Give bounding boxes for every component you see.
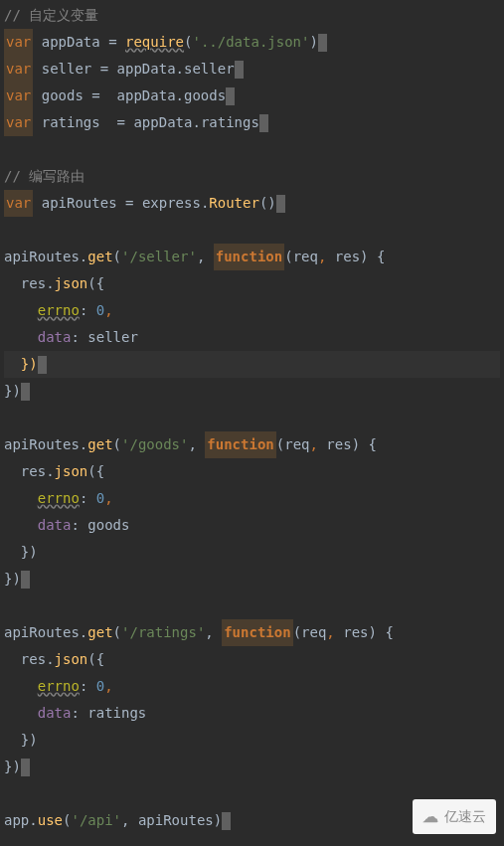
object: res.: [21, 646, 55, 673]
brace: {: [369, 244, 386, 270]
string-literal: '../data.json': [192, 29, 309, 56]
code-line[interactable]: res.json({: [4, 270, 500, 297]
colon: :: [71, 512, 87, 539]
comma: ,: [188, 431, 205, 458]
object: express: [142, 190, 201, 217]
object: app.: [4, 807, 38, 834]
code-line[interactable]: // 编写路由: [4, 163, 500, 190]
code-line[interactable]: var apiRoutes = express.Router(): [4, 190, 500, 217]
watermark-badge: ☁ 亿速云: [413, 799, 496, 834]
code-line[interactable]: var appData = require('../data.json'): [4, 29, 500, 56]
code-line[interactable]: data: seller: [4, 324, 500, 351]
number-literal: 0: [96, 485, 104, 512]
property: seller: [184, 56, 235, 83]
indent: [4, 673, 38, 700]
cloud-icon: ☁: [422, 803, 438, 830]
code-line[interactable]: apiRoutes.get('/seller', function(req, r…: [4, 244, 500, 270]
object: res.: [21, 458, 55, 485]
code-line[interactable]: // 自定义变量: [4, 2, 500, 29]
comment-text: // 编写路由: [4, 163, 84, 190]
code-editor[interactable]: // 自定义变量var appData = require('../data.j…: [0, 0, 504, 836]
cursor-mark: [259, 114, 268, 132]
code-line[interactable]: [4, 592, 500, 619]
paren: ): [309, 29, 317, 56]
object: apiRoutes.: [4, 431, 87, 458]
code-line[interactable]: }): [4, 378, 500, 405]
colon: :: [80, 673, 96, 700]
code-line[interactable]: var ratings = appData.ratings: [4, 109, 500, 136]
code-line[interactable]: res.json({: [4, 458, 500, 485]
code-line[interactable]: apiRoutes.get('/ratings', function(req, …: [4, 619, 500, 646]
indent: [4, 297, 38, 324]
number-literal: 0: [96, 297, 104, 324]
code-line[interactable]: errno: 0,: [4, 485, 500, 512]
code-line[interactable]: data: ratings: [4, 700, 500, 727]
comma: ,: [104, 485, 112, 512]
keyword-function: function: [214, 244, 284, 270]
empty-line: [4, 780, 12, 807]
object: apiRoutes.: [4, 619, 87, 646]
dot: .: [201, 190, 209, 217]
code-line[interactable]: var goods = appData.goods: [4, 83, 500, 109]
code-line[interactable]: }): [4, 566, 500, 592]
identifier: apiRoutes =: [33, 190, 142, 217]
cursor-mark: [222, 812, 231, 830]
code-line[interactable]: }): [4, 351, 500, 378]
function-call: require: [125, 29, 184, 56]
args: (req, res): [276, 431, 360, 458]
property: ratings: [201, 109, 259, 136]
keyword-var: var: [4, 83, 33, 109]
brace: {: [360, 431, 377, 458]
code-line[interactable]: var seller = appData.seller: [4, 56, 500, 83]
code-line[interactable]: [4, 136, 500, 163]
paren-brace: ({: [87, 458, 104, 485]
property-key: errno: [38, 485, 80, 512]
number-literal: 0: [96, 673, 104, 700]
code-line[interactable]: }): [4, 754, 500, 780]
paren: (: [113, 619, 121, 646]
code-line[interactable]: data: goods: [4, 512, 500, 539]
indent: [4, 700, 38, 727]
keyword-function: function: [205, 431, 275, 458]
watermark-text: 亿速云: [444, 803, 486, 830]
close-braces: }): [4, 754, 21, 780]
code-line[interactable]: res.json({: [4, 646, 500, 673]
identifier: apiRoutes: [138, 807, 214, 834]
code-line[interactable]: }): [4, 727, 500, 754]
identifier: goods: [87, 512, 129, 539]
cursor-mark: [38, 356, 47, 374]
args: (req, res): [284, 244, 368, 270]
method: json: [55, 270, 88, 297]
cursor-mark: [21, 759, 30, 776]
colon: :: [80, 297, 96, 324]
indent: [4, 512, 38, 539]
paren-brace: ({: [87, 270, 104, 297]
identifier: appData =: [33, 29, 125, 56]
indent: [4, 351, 21, 378]
method: use: [38, 807, 63, 834]
comma: ,: [205, 619, 222, 646]
method: Router: [209, 190, 259, 217]
identifier: ratings = appData.: [33, 109, 201, 136]
keyword-var: var: [4, 190, 33, 217]
paren: (: [184, 29, 192, 56]
code-line[interactable]: errno: 0,: [4, 297, 500, 324]
empty-line: [4, 136, 12, 163]
code-line[interactable]: apiRoutes.get('/goods', function(req, re…: [4, 431, 500, 458]
code-line[interactable]: [4, 405, 500, 431]
code-line[interactable]: }): [4, 539, 500, 566]
paren: (: [63, 807, 71, 834]
identifier: seller = appData.: [33, 56, 184, 83]
method: get: [87, 244, 112, 270]
method: get: [87, 431, 112, 458]
comma: ,: [104, 673, 112, 700]
brace: {: [377, 619, 394, 646]
code-line[interactable]: errno: 0,: [4, 673, 500, 700]
cursor-mark: [21, 383, 30, 401]
close-braces: }): [4, 378, 21, 405]
code-line[interactable]: [4, 217, 500, 244]
property-key: data: [38, 700, 72, 727]
paren: ): [214, 807, 222, 834]
empty-line: [4, 592, 12, 619]
keyword-var: var: [4, 56, 33, 83]
